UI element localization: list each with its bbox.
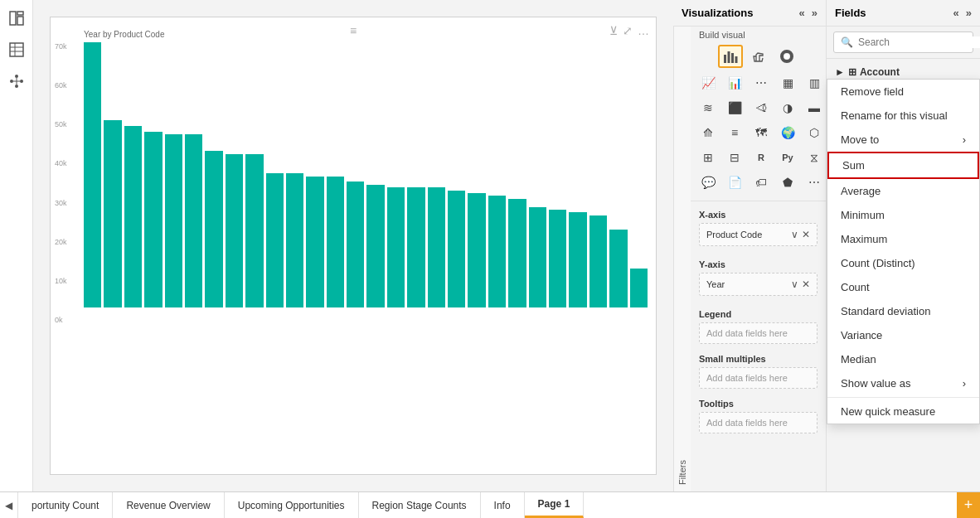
context-menu-item-new-quick-measure[interactable]: New quick measure [827,399,979,424]
bar-item[interactable] [508,199,526,307]
tab-info[interactable]: Info [481,492,525,518]
context-menu-item-move-to[interactable]: Move to› [827,128,979,152]
viz-icon-table[interactable]: ⊞ [696,146,720,169]
y-axis-chevron-icon[interactable]: ∨ [791,278,798,290]
table-icon[interactable] [7,40,27,60]
expand-right-icon[interactable]: » [812,7,817,19]
report-icon[interactable] [7,8,27,28]
viz-icon-qna[interactable]: 💬 [696,171,720,194]
legend-placeholder[interactable]: Add data fields here [699,322,817,344]
tab-revenue-overview[interactable]: Revenue Overview [113,492,224,518]
viz-icon-slicer[interactable]: ≡ [722,121,747,144]
context-menu-item-average[interactable]: Average [827,179,979,203]
bar-item[interactable] [165,134,182,307]
tab-region-stage-counts[interactable]: Region Stage Counts [359,492,481,518]
bar-item[interactable] [144,132,162,307]
bar-item[interactable] [529,207,546,307]
viz-icon-power-apps[interactable]: ⬟ [775,171,800,194]
viz-icon-area[interactable]: 📊 [722,71,747,94]
viz-icon-100pct[interactable]: ▥ [802,71,826,94]
tab-prev-btn[interactable]: ◀ [0,492,18,518]
bar-item[interactable] [84,42,101,307]
bar-item[interactable] [286,173,303,307]
context-menu-item-std-dev[interactable]: Standard deviation [827,299,979,323]
bar-item[interactable] [468,193,485,307]
viz-icon-decomp-tree[interactable]: ⧖ [802,146,826,169]
viz-icon-donut[interactable] [774,45,799,68]
viz-icon-more[interactable]: ⋯ [802,171,826,194]
viz-icon-python[interactable]: Py [775,146,800,169]
x-axis-remove-icon[interactable]: ✕ [802,229,810,240]
model-icon[interactable] [7,71,27,91]
context-menu-item-maximum[interactable]: Maximum [827,227,979,251]
viz-icon-waterfall[interactable]: ⬛ [722,96,747,119]
viz-icon-azure-map[interactable]: ⬡ [802,121,826,144]
fields-collapse-icon[interactable]: « [953,7,959,19]
context-menu-item-show-value-as[interactable]: Show value as› [827,371,979,395]
tab-opportunity-count[interactable]: portunity Count [18,492,113,518]
x-axis-chevron-icon[interactable]: ∨ [791,229,798,240]
search-input[interactable] [858,36,980,48]
context-menu-item-rename-visual[interactable]: Rename for this visual [827,104,979,128]
viz-icon-ribbon[interactable]: ≋ [696,96,720,119]
context-menu-item-median[interactable]: Median [827,347,979,371]
bar-item[interactable] [589,215,607,307]
viz-icon-narrative[interactable]: 📄 [722,171,747,194]
tab-upcoming-opportunities[interactable]: Upcoming Opportunities [225,492,359,518]
viz-icon-matrix[interactable]: ⊟ [722,146,747,169]
bar-item[interactable] [245,154,263,307]
viz-icon-bar-chart[interactable] [718,45,743,68]
viz-icon-scatter[interactable]: ⋯ [749,71,774,94]
bar-item[interactable] [226,154,243,307]
bar-item[interactable] [630,269,648,307]
bar-item[interactable] [266,173,284,307]
viz-icon-gauge[interactable]: ◑ [775,96,800,119]
collapse-left-icon[interactable]: « [799,7,805,19]
fields-panel-header: Fields « » [827,0,980,27]
bar-item[interactable] [549,210,566,307]
viz-icon-r-visual[interactable]: R [749,146,774,169]
focus-icon[interactable]: ⤢ [623,24,633,37]
y-axis-field-box[interactable]: Year ∨ ✕ [699,273,817,296]
context-menu: Remove fieldRename for this visualMove t… [827,79,980,424]
viz-icon-combo[interactable]: ▦ [775,71,800,94]
context-menu-item-sum[interactable]: Sum [827,152,979,179]
viz-icon-filled-map[interactable]: 🌍 [775,121,800,144]
y-axis-remove-icon[interactable]: ✕ [802,278,810,290]
context-menu-item-variance[interactable]: Variance [827,323,979,347]
context-menu-item-minimum[interactable]: Minimum [827,203,979,227]
bar-item[interactable] [327,177,344,307]
more-icon[interactable]: … [638,24,649,37]
bar-item[interactable] [306,177,323,307]
bar-item[interactable] [185,134,202,307]
bar-item[interactable] [569,212,586,307]
viz-icon-line[interactable]: 📈 [696,71,720,94]
bar-item[interactable] [124,126,142,307]
x-axis-field-box[interactable]: Product Code ∨ ✕ [699,223,817,246]
viz-icon-map[interactable]: 🗺 [749,121,774,144]
bar-item[interactable] [488,196,506,307]
bar-item[interactable] [347,182,364,307]
viz-icon-funnel[interactable]: ⏿ [749,96,774,119]
bar-item[interactable] [387,187,405,307]
context-menu-item-count[interactable]: Count [827,275,979,299]
filter-icon[interactable]: ⊻ [609,24,618,37]
viz-icon-kpi[interactable]: ⟰ [696,121,720,144]
bar-item[interactable] [366,185,384,307]
context-menu-item-count-distinct[interactable]: Count (Distinct) [827,251,979,275]
tooltips-placeholder[interactable]: Add data fields here [699,412,817,433]
fields-expand-icon[interactable]: » [966,7,972,19]
bar-item[interactable] [205,151,222,307]
context-menu-item-remove-field[interactable]: Remove field [827,80,979,104]
small-multiples-placeholder[interactable]: Add data fields here [699,367,817,389]
viz-icon-hand[interactable] [746,45,771,68]
bar-item[interactable] [407,187,425,307]
bar-item[interactable] [448,191,465,307]
bar-item[interactable] [609,230,627,307]
add-page-button[interactable]: + [957,492,980,518]
tab-page-1[interactable]: Page 1 [525,492,585,518]
bar-item[interactable] [428,187,445,307]
bar-item[interactable] [104,120,121,307]
viz-icon-paginated[interactable]: 🏷 [749,171,774,194]
viz-icon-card[interactable]: ▬ [802,96,826,119]
